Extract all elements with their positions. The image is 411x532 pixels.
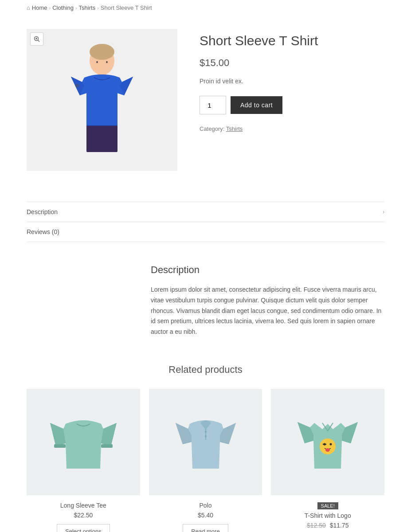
breadcrumb-clothing[interactable]: Clothing — [52, 4, 74, 11]
svg-rect-14 — [54, 444, 66, 448]
tab-reviews-label: Reviews (0) — [27, 228, 59, 235]
product-price: $15.00 — [200, 57, 384, 69]
breadcrumb-current: Short Sleeve T Shirt — [101, 4, 152, 11]
svg-point-13 — [75, 84, 79, 87]
svg-rect-7 — [86, 125, 117, 152]
product-short-description: Proin id velit ex. — [200, 78, 384, 85]
svg-rect-15 — [101, 444, 113, 448]
svg-point-23 — [325, 448, 330, 452]
breadcrumb: ⌂ Home › Clothing › Tshirts › Short Slee… — [0, 0, 411, 16]
description-heading: Description — [151, 264, 384, 276]
svg-text:★: ★ — [323, 442, 326, 446]
product-card-tshirt-logo: ★ SALE! T-Shirt with Logo $12.50 $11.75 … — [271, 389, 384, 532]
product-card-image-3: ★ — [271, 389, 384, 495]
price-old-3: $12.50 — [307, 522, 326, 529]
add-to-cart-button[interactable]: Add to cart — [231, 96, 282, 114]
breadcrumb-sep-1: › — [49, 5, 51, 11]
product-name-2: Polo — [149, 502, 262, 509]
related-products-section: Related products Long Sleeve Tee — [0, 346, 411, 532]
product-name-3: T-Shirt with Logo — [271, 512, 384, 519]
select-options-button-1[interactable]: Select options — [57, 524, 110, 532]
product-price-3: $12.50 $11.75 — [271, 522, 384, 529]
product-card-long-sleeve-tee: Long Sleeve Tee $22.50 Select options — [27, 389, 140, 532]
tab-reviews[interactable]: Reviews (0) — [27, 222, 384, 242]
description-body: Lorem ipsum dolor sit amet, consectetur … — [151, 285, 384, 337]
svg-point-17 — [205, 431, 207, 433]
product-category: Category: Tshirts — [200, 125, 384, 132]
breadcrumb-sep-3: › — [97, 5, 99, 11]
description-content: Description Lorem ipsum dolor sit amet, … — [0, 251, 411, 346]
product-card-image-2 — [149, 389, 262, 495]
breadcrumb-sep-2: › — [75, 5, 77, 11]
breadcrumb-home[interactable]: Home — [32, 4, 47, 11]
product-name-1: Long Sleeve Tee — [27, 502, 140, 509]
read-more-button[interactable]: Read more — [183, 524, 228, 532]
tabs-section: Description › Reviews (0) — [0, 193, 411, 251]
breadcrumb-tshirts[interactable]: Tshirts — [79, 4, 96, 11]
category-label: Category: — [200, 125, 224, 132]
sale-badge: SALE! — [317, 502, 338, 509]
product-image-wrapper — [27, 29, 177, 171]
product-title: Short Sleeve T Shirt — [200, 33, 384, 48]
svg-point-5 — [90, 44, 114, 60]
product-card-polo: Polo $5.40 Read more — [149, 389, 262, 532]
tab-description-label: Description — [27, 208, 58, 215]
product-price-1: $22.50 — [27, 512, 140, 519]
home-icon: ⌂ — [27, 4, 30, 11]
related-products-title: Related products — [27, 364, 384, 376]
product-price-2: $5.40 — [149, 512, 262, 519]
svg-line-1 — [38, 40, 40, 42]
svg-point-12 — [106, 61, 108, 63]
price-new-3: $11.75 — [330, 522, 349, 529]
product-details: Short Sleeve T Shirt $15.00 Proin id vel… — [200, 29, 384, 171]
svg-point-18 — [205, 435, 207, 437]
svg-point-21 — [330, 443, 332, 445]
products-grid: Long Sleeve Tee $22.50 Select options — [27, 389, 384, 532]
product-card-image-1 — [27, 389, 140, 495]
category-link[interactable]: Tshirts — [226, 125, 243, 132]
svg-point-11 — [97, 61, 98, 63]
product-section: Short Sleeve T Shirt $15.00 Proin id vel… — [0, 16, 411, 184]
zoom-icon[interactable] — [30, 32, 43, 46]
svg-point-19 — [320, 438, 336, 454]
product-image — [27, 29, 177, 171]
add-to-cart-row: Add to cart — [200, 96, 384, 114]
chevron-right-icon: › — [383, 209, 384, 215]
tab-description[interactable]: Description › — [27, 202, 384, 222]
quantity-input[interactable] — [200, 96, 226, 114]
